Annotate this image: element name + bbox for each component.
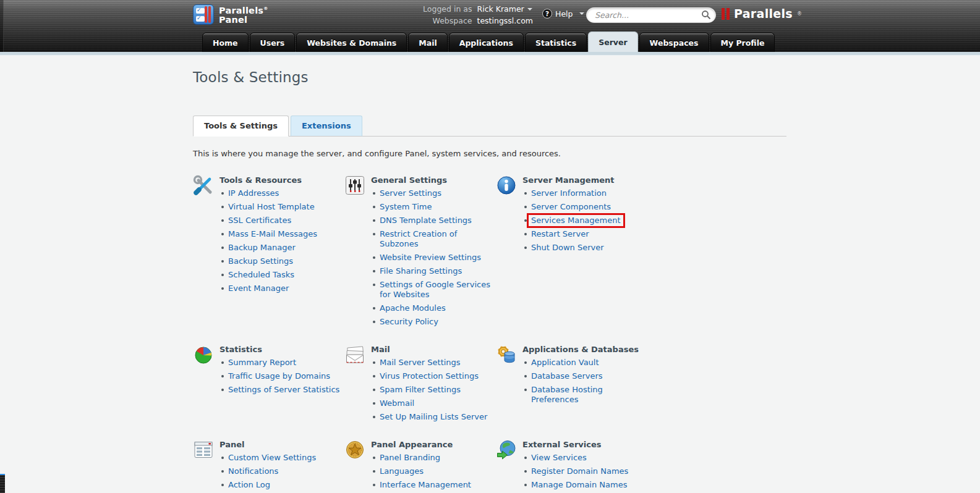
link-custom-view-settings[interactable]: Custom View Settings	[228, 453, 316, 462]
link-server-components[interactable]: Server Components	[531, 202, 611, 211]
nav-tab-server[interactable]: Server	[588, 32, 637, 52]
link-backup-manager[interactable]: Backup Manager	[228, 243, 296, 252]
link-apache-modules[interactable]: Apache Modules	[380, 303, 446, 313]
link-dns-template-settings[interactable]: DNS Template Settings	[380, 216, 472, 225]
webspace-label: Webspace	[423, 15, 472, 26]
list-item: Settings of Google Services for Websites	[371, 278, 496, 301]
link-system-time[interactable]: System Time	[380, 202, 432, 211]
list-item: Panel Branding	[371, 451, 496, 465]
bullet-icon	[373, 375, 375, 377]
link-event-manager[interactable]: Event Manager	[228, 284, 289, 293]
list-item: File Sharing Settings	[371, 264, 496, 278]
link-ssl-certificates[interactable]: SSL Certificates	[228, 216, 291, 225]
list-item: Scheduled Tasks	[219, 268, 344, 282]
link-notifications[interactable]: Notifications	[228, 466, 278, 476]
list-item: Spam Filter Settings	[371, 383, 496, 397]
section-panel-appearance: Panel AppearancePanel BrandingLanguagesI…	[344, 439, 496, 493]
link-settings-of-server-statistics[interactable]: Settings of Server Statistics	[228, 385, 339, 394]
parallels-panel-logo: Parallels® Panel	[193, 4, 268, 25]
link-register-domain-names[interactable]: Register Domain Names	[531, 466, 628, 476]
link-file-sharing-settings[interactable]: File Sharing Settings	[380, 266, 462, 276]
link-ip-addresses[interactable]: IP Addresses	[228, 188, 279, 198]
search-input[interactable]	[586, 7, 716, 23]
link-summary-report[interactable]: Summary Report	[228, 358, 296, 367]
help-menu[interactable]: ? Help	[542, 9, 584, 19]
bullet-icon	[524, 233, 527, 235]
nav-tab-websites-and-domains[interactable]: Websites & Domains	[296, 33, 407, 52]
list-item: Mail Server Settings	[371, 356, 496, 369]
link-spam-filter-settings[interactable]: Spam Filter Settings	[380, 385, 461, 394]
link-server-information[interactable]: Server Information	[531, 188, 607, 198]
tab-extensions[interactable]: Extensions	[291, 116, 362, 137]
list-item: Summary Report	[219, 356, 344, 369]
section-server-management: Server ManagementServer InformationServe…	[496, 174, 647, 329]
link-scheduled-tasks[interactable]: Scheduled Tasks	[228, 270, 294, 279]
user-menu[interactable]: Rick Kramer	[477, 4, 533, 14]
tab-tools-and-settings[interactable]: Tools & Settings	[193, 116, 289, 137]
list-item: View Services	[522, 451, 647, 465]
link-database-servers[interactable]: Database Servers	[531, 371, 603, 381]
link-restrict-creation-of-subzones[interactable]: Restrict Creation of Subzones	[380, 229, 457, 248]
link-traffic-usage-by-domains[interactable]: Traffic Usage by Domains	[228, 371, 330, 381]
link-view-services[interactable]: View Services	[531, 453, 587, 462]
bullet-icon	[373, 416, 375, 418]
nav-tab-home[interactable]: Home	[202, 33, 249, 52]
search-icon[interactable]	[701, 10, 711, 20]
link-mass-e-mail-messages[interactable]: Mass E-Mail Messages	[228, 229, 317, 238]
list-item: Custom View Settings	[219, 451, 344, 465]
list-item: Languages	[371, 465, 496, 478]
link-application-vault[interactable]: Application Vault	[531, 358, 599, 367]
link-virus-protection-settings[interactable]: Virus Protection Settings	[380, 371, 479, 381]
link-manage-domain-names[interactable]: Manage Domain Names	[531, 480, 627, 489]
bullet-icon	[524, 470, 527, 473]
link-languages[interactable]: Languages	[380, 466, 424, 476]
link-services-management[interactable]: Services Management	[527, 213, 625, 228]
page-description: This is where you manage the server, and…	[193, 149, 980, 158]
link-settings-of-google-services-for-websites[interactable]: Settings of Google Services for Websites	[380, 280, 490, 299]
section-title: General Settings	[371, 174, 496, 187]
link-backup-settings[interactable]: Backup Settings	[228, 256, 293, 266]
bullet-icon	[373, 233, 375, 235]
list-item: Server Components	[522, 200, 647, 214]
bullet-icon	[524, 389, 527, 391]
link-restart-server[interactable]: Restart Server	[531, 229, 589, 238]
link-interface-management[interactable]: Interface Management	[380, 480, 471, 489]
nav-tab-webspaces[interactable]: Webspaces	[639, 33, 709, 52]
list-item: Notifications	[219, 465, 344, 478]
list-item: Interface Management	[371, 478, 496, 492]
nav-tab-users[interactable]: Users	[250, 33, 296, 52]
link-website-preview-settings[interactable]: Website Preview Settings	[380, 253, 481, 262]
link-set-up-mailing-lists-server[interactable]: Set Up Mailing Lists Server	[380, 412, 487, 421]
nav-tab-mail[interactable]: Mail	[408, 33, 447, 52]
parallels-panel-logo-text: Parallels® Panel	[219, 4, 268, 25]
section-title: External Services	[522, 439, 647, 451]
link-webmail[interactable]: Webmail	[380, 398, 414, 408]
bullet-icon	[373, 284, 375, 286]
link-virtual-host-template[interactable]: Virtual Host Template	[228, 202, 315, 211]
list-item: Virtual Host Template	[219, 200, 344, 214]
list-item: Settings of Server Statistics	[219, 383, 344, 397]
bullet-icon	[221, 247, 224, 249]
link-server-settings[interactable]: Server Settings	[380, 188, 441, 198]
link-database-hosting-preferences[interactable]: Database Hosting Preferences	[531, 385, 603, 404]
link-security-policy[interactable]: Security Policy	[380, 317, 438, 326]
bullet-icon	[221, 274, 224, 276]
link-shut-down-server[interactable]: Shut Down Server	[531, 243, 604, 252]
section-links: Panel BrandingLanguagesInterface Managem…	[371, 451, 496, 493]
sections-grid: Tools & ResourcesIP AddressesVirtual Hos…	[193, 174, 980, 493]
nav-tab-statistics[interactable]: Statistics	[525, 33, 587, 52]
link-panel-branding[interactable]: Panel Branding	[380, 453, 440, 462]
section-panel: PanelCustom View SettingsNotificationsAc…	[193, 439, 344, 493]
link-action-log[interactable]: Action Log	[228, 480, 270, 489]
nav-tab-applications[interactable]: Applications	[449, 33, 524, 52]
bullet-icon	[373, 361, 375, 364]
list-item: Website Preview Settings	[371, 251, 496, 264]
page-title: Tools & Settings	[193, 69, 980, 85]
section-general-settings: General SettingsServer SettingsSystem Ti…	[344, 174, 496, 329]
section-links: IP AddressesVirtual Host TemplateSSL Cer…	[219, 187, 344, 295]
nav-tab-my-profile[interactable]: My Profile	[710, 33, 775, 52]
section-links: Server SettingsSystem TimeDNS Template S…	[371, 187, 496, 329]
link-mail-server-settings[interactable]: Mail Server Settings	[380, 358, 461, 367]
bottom-left-toggle	[0, 474, 5, 493]
section-applications-and-databases: Applications & DatabasesApplication Vaul…	[496, 343, 647, 424]
